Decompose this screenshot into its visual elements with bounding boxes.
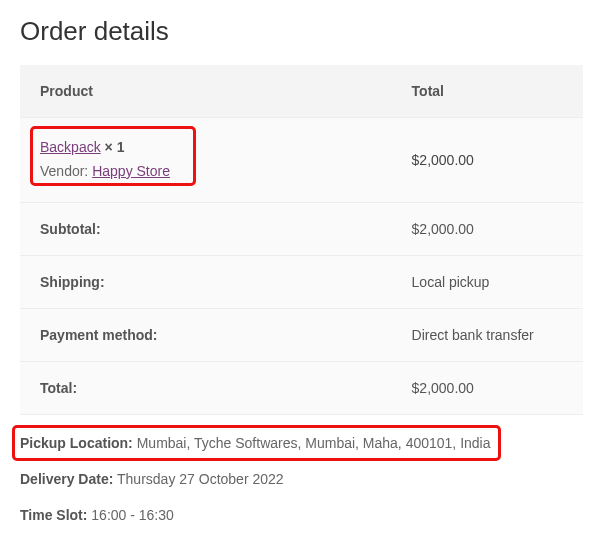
table-row: Subtotal: $2,000.00 [20,202,583,255]
vendor-label: Vendor: [40,163,92,179]
table-row: Backpack × 1 Vendor: Happy Store $2,000.… [20,118,583,203]
header-total: Total [392,65,583,118]
delivery-date: Delivery Date: Thursday 27 October 2022 [20,471,583,487]
pickup-location: Pickup Location: Mumbai, Tyche Softwares… [20,435,583,451]
product-link[interactable]: Backpack [40,139,101,155]
delivery-label: Delivery Date: [20,471,113,487]
table-row: Total: $2,000.00 [20,361,583,414]
vendor-link[interactable]: Happy Store [92,163,170,179]
time-slot: Time Slot: 16:00 - 16:30 [20,507,583,523]
table-row: Payment method: Direct bank transfer [20,308,583,361]
pickup-value: Mumbai, Tyche Softwares, Mumbai, Maha, 4… [133,435,491,451]
header-product: Product [20,65,392,118]
delivery-value: Thursday 27 October 2022 [113,471,283,487]
total-value: $2,000.00 [392,361,583,414]
timeslot-value: 16:00 - 16:30 [87,507,173,523]
shipping-value: Local pickup [392,255,583,308]
payment-value: Direct bank transfer [392,308,583,361]
payment-label: Payment method: [20,308,392,361]
pickup-label: Pickup Location: [20,435,133,451]
table-row: Shipping: Local pickup [20,255,583,308]
order-details-table: Product Total Backpack × 1 Vendor: Happy… [20,65,583,415]
qty-sep: × [101,139,117,155]
total-label: Total: [20,361,392,414]
order-meta: Pickup Location: Mumbai, Tyche Softwares… [20,435,583,523]
subtotal-label: Subtotal: [20,202,392,255]
line-total: $2,000.00 [392,118,583,203]
product-qty: 1 [117,139,125,155]
product-cell: Backpack × 1 Vendor: Happy Store [20,118,392,203]
shipping-label: Shipping: [20,255,392,308]
page-title: Order details [20,16,583,47]
subtotal-value: $2,000.00 [392,202,583,255]
timeslot-label: Time Slot: [20,507,87,523]
